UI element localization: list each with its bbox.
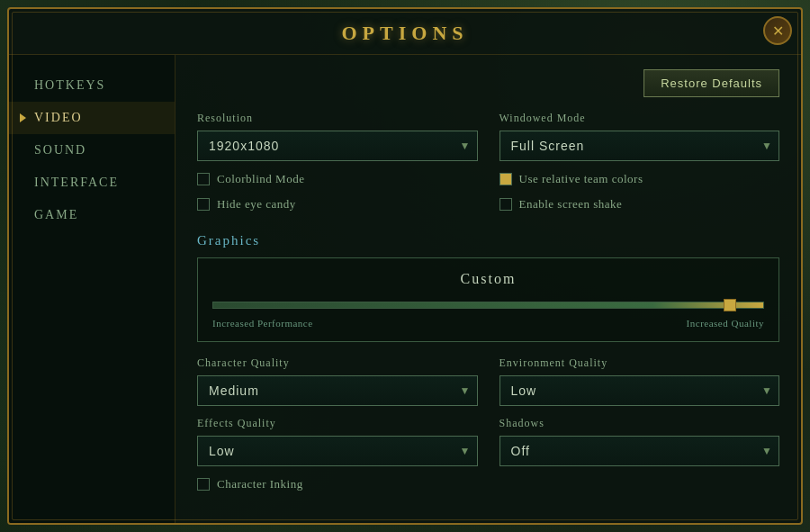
quality-slider-container: [212, 296, 764, 312]
sidebar-label-video: VIDEO: [34, 111, 83, 124]
character-quality-field: Character Quality Medium ▼: [197, 356, 478, 406]
sidebar-label-hotkeys: HOTKEYS: [34, 78, 105, 92]
options-window: OPTIONS ✕ HOTKEYS VIDEO SOUND INTERFACE …: [7, 7, 803, 525]
quality-slider[interactable]: [212, 302, 764, 309]
sidebar-item-interface[interactable]: INTERFACE: [9, 167, 175, 199]
main-panel: Restore Defaults Resolution 1920x1080 ▼ …: [176, 55, 801, 523]
character-inking-checkbox[interactable]: [197, 478, 210, 491]
shadows-select-wrapper: Off ▼: [500, 436, 780, 466]
sidebar-label-game: GAME: [34, 208, 78, 221]
effects-shadows-row: Effects Quality Low ▼ Shadows Off ▼: [197, 417, 779, 466]
character-quality-select-wrapper: Medium ▼: [197, 375, 478, 406]
graphics-box: Custom Increased Performance Increased Q…: [197, 257, 779, 342]
increased-quality-label: Increased Quality: [687, 318, 764, 329]
window-title: OPTIONS: [341, 22, 468, 45]
character-inking-row[interactable]: Character Inking: [197, 477, 779, 491]
close-button[interactable]: ✕: [763, 16, 792, 45]
right-checkboxes: Use relative team colors Enable screen s…: [500, 172, 780, 219]
increased-performance-label: Increased Performance: [212, 318, 313, 329]
restore-defaults-button[interactable]: Restore Defaults: [644, 69, 779, 97]
shadows-field: Shadows Off ▼: [500, 417, 780, 466]
enable-screen-shake-row[interactable]: Enable screen shake: [500, 197, 780, 212]
graphics-preset-label: Custom: [212, 271, 764, 287]
shadows-label: Shadows: [500, 417, 780, 430]
toolbar-row: Restore Defaults: [197, 69, 779, 112]
resolution-label: Resolution: [197, 112, 478, 125]
colorblind-mode-label: Colorblind Mode: [217, 172, 304, 186]
environment-quality-label: Environment Quality: [500, 356, 780, 370]
checkboxes-row: Colorblind Mode Hide eye candy Use relat…: [197, 172, 779, 219]
title-bar: OPTIONS ✕: [9, 9, 801, 55]
use-relative-colors-label: Use relative team colors: [519, 172, 644, 186]
use-relative-colors-row[interactable]: Use relative team colors: [500, 172, 780, 186]
sidebar-label-sound: SOUND: [34, 143, 86, 157]
windowed-mode-select-wrapper: Full Screen ▼: [500, 131, 780, 161]
sidebar-item-hotkeys[interactable]: HOTKEYS: [9, 69, 175, 102]
windowed-mode-select[interactable]: Full Screen: [500, 131, 780, 161]
effects-quality-label: Effects Quality: [197, 417, 478, 430]
hide-eye-candy-label: Hide eye candy: [217, 197, 296, 212]
sidebar-item-video[interactable]: VIDEO: [9, 102, 175, 134]
sidebar-item-game[interactable]: GAME: [9, 199, 175, 231]
effects-quality-select-wrapper: Low ▼: [197, 436, 478, 466]
shadows-select[interactable]: Off: [500, 436, 780, 466]
colorblind-mode-checkbox[interactable]: [197, 173, 210, 185]
sidebar: HOTKEYS VIDEO SOUND INTERFACE GAME: [9, 55, 176, 523]
character-quality-select[interactable]: Medium: [197, 375, 478, 406]
environment-quality-select-wrapper: Low ▼: [500, 375, 780, 406]
windowed-mode-field: Windowed Mode Full Screen ▼: [500, 112, 780, 161]
enable-screen-shake-label: Enable screen shake: [519, 197, 623, 212]
sidebar-item-sound[interactable]: SOUND: [9, 134, 175, 167]
resolution-field: Resolution 1920x1080 ▼: [197, 112, 478, 161]
effects-quality-select[interactable]: Low: [197, 436, 478, 466]
character-inking-label: Character Inking: [217, 477, 303, 491]
hide-eye-candy-row[interactable]: Hide eye candy: [197, 197, 478, 212]
colorblind-mode-row[interactable]: Colorblind Mode: [197, 172, 478, 186]
use-relative-colors-checkbox[interactable]: [500, 173, 512, 185]
hide-eye-candy-checkbox[interactable]: [197, 198, 210, 211]
left-checkboxes: Colorblind Mode Hide eye candy: [197, 172, 478, 219]
windowed-mode-label: Windowed Mode: [500, 112, 780, 125]
environment-quality-select[interactable]: Low: [500, 375, 780, 406]
resolution-select[interactable]: 1920x1080: [197, 131, 478, 161]
character-environment-quality-row: Character Quality Medium ▼ Environment Q…: [197, 356, 779, 406]
sidebar-label-interface: INTERFACE: [34, 176, 119, 189]
graphics-section-title: Graphics: [197, 233, 779, 248]
enable-screen-shake-checkbox[interactable]: [500, 198, 512, 211]
environment-quality-field: Environment Quality Low ▼: [500, 356, 780, 406]
character-quality-label: Character Quality: [197, 356, 478, 370]
resolution-select-wrapper: 1920x1080 ▼: [197, 131, 478, 161]
resolution-windowed-row: Resolution 1920x1080 ▼ Windowed Mode Ful…: [197, 112, 779, 161]
quality-labels: Increased Performance Increased Quality: [212, 318, 764, 329]
effects-quality-field: Effects Quality Low ▼: [197, 417, 478, 466]
content-area: HOTKEYS VIDEO SOUND INTERFACE GAME Resto…: [9, 55, 801, 523]
